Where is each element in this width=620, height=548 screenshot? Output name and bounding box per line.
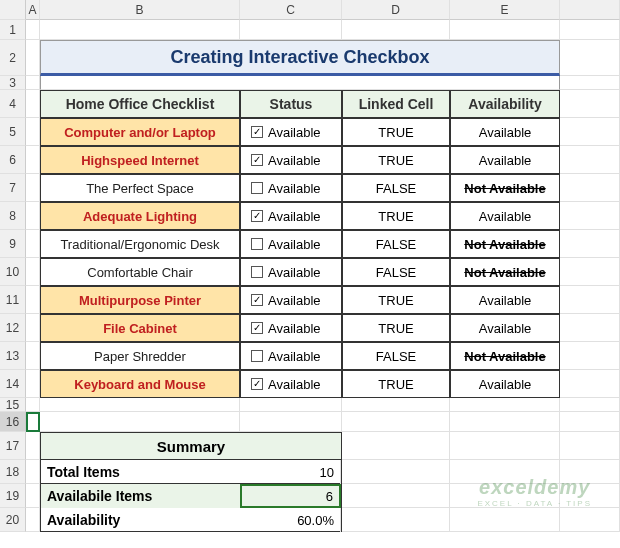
checkbox-icon[interactable]: ✓ <box>251 154 263 166</box>
row-header-1[interactable]: 1 <box>0 20 26 40</box>
status-cell[interactable]: ✓Available <box>240 202 342 230</box>
linked-cell[interactable]: TRUE <box>342 202 450 230</box>
status-label: Available <box>268 293 321 308</box>
summary-value[interactable]: 60.0% <box>240 508 341 532</box>
row-header-6[interactable]: 6 <box>0 146 26 174</box>
availability-cell[interactable]: Not Available <box>450 258 560 286</box>
availability-cell[interactable]: Available <box>450 314 560 342</box>
checklist-item[interactable]: Multipurpose Pinter <box>40 286 240 314</box>
checklist-item[interactable]: File Cabinet <box>40 314 240 342</box>
checklist-item[interactable]: Computer and/or Laptop <box>40 118 240 146</box>
row-header-15[interactable]: 15 <box>0 398 26 412</box>
checkbox-icon[interactable]: ✓ <box>251 322 263 334</box>
checkbox-icon[interactable] <box>251 350 263 362</box>
linked-cell[interactable]: TRUE <box>342 146 450 174</box>
spreadsheet: 1234567891011121314151617181920 ABCDE Cr… <box>0 0 620 532</box>
status-cell[interactable]: Available <box>240 258 342 286</box>
status-cell[interactable]: ✓Available <box>240 286 342 314</box>
row-header-12[interactable]: 12 <box>0 314 26 342</box>
checkbox-icon[interactable]: ✓ <box>251 378 263 390</box>
header-avail: Availability <box>450 90 560 118</box>
summary-label: Total Items <box>41 460 240 484</box>
checkbox-icon[interactable] <box>251 238 263 250</box>
availability-text: Available <box>479 293 532 308</box>
linked-cell[interactable]: TRUE <box>342 286 450 314</box>
status-cell[interactable]: ✓Available <box>240 118 342 146</box>
select-all-corner[interactable] <box>0 0 26 20</box>
checkbox-icon[interactable]: ✓ <box>251 210 263 222</box>
summary-value[interactable]: 6 <box>240 484 341 508</box>
row-header-8[interactable]: 8 <box>0 202 26 230</box>
availability-cell[interactable]: Available <box>450 370 560 398</box>
checklist-item[interactable]: Keyboard and Mouse <box>40 370 240 398</box>
checkbox-icon[interactable] <box>251 266 263 278</box>
availability-cell[interactable]: Available <box>450 286 560 314</box>
linked-cell[interactable]: FALSE <box>342 342 450 370</box>
status-cell[interactable]: ✓Available <box>240 146 342 174</box>
linked-cell[interactable]: FALSE <box>342 174 450 202</box>
checkbox-icon[interactable]: ✓ <box>251 294 263 306</box>
summary-label: Availability <box>41 508 240 532</box>
col-headers: ABCDE <box>26 0 620 20</box>
checklist-item[interactable]: Comfortable Chair <box>40 258 240 286</box>
row-header-4[interactable]: 4 <box>0 90 26 118</box>
row-header-5[interactable]: 5 <box>0 118 26 146</box>
linked-cell[interactable]: TRUE <box>342 118 450 146</box>
status-label: Available <box>268 153 321 168</box>
selected-cell-a16[interactable] <box>26 412 40 432</box>
status-label: Available <box>268 377 321 392</box>
availability-text: Not Available <box>464 349 545 364</box>
status-cell[interactable]: Available <box>240 342 342 370</box>
status-cell[interactable]: Available <box>240 174 342 202</box>
availability-text: Not Available <box>464 181 545 196</box>
row-header-11[interactable]: 11 <box>0 286 26 314</box>
col-header-B[interactable]: B <box>40 0 240 20</box>
row-header-17[interactable]: 17 <box>0 432 26 460</box>
row-header-19[interactable]: 19 <box>0 484 26 508</box>
availability-cell[interactable]: Not Available <box>450 230 560 258</box>
col-header-E[interactable]: E <box>450 0 560 20</box>
linked-cell[interactable]: TRUE <box>342 314 450 342</box>
checkbox-icon[interactable]: ✓ <box>251 126 263 138</box>
row-header-16[interactable]: 16 <box>0 412 26 432</box>
checkbox-icon[interactable] <box>251 182 263 194</box>
page-title: Creating Interactive Checkbox <box>40 40 560 76</box>
row-header-7[interactable]: 7 <box>0 174 26 202</box>
checklist-item[interactable]: The Perfect Space <box>40 174 240 202</box>
availability-cell[interactable]: Available <box>450 118 560 146</box>
status-cell[interactable]: Available <box>240 230 342 258</box>
linked-cell[interactable]: TRUE <box>342 370 450 398</box>
row-header-10[interactable]: 10 <box>0 258 26 286</box>
linked-cell[interactable]: FALSE <box>342 230 450 258</box>
col-header-F[interactable] <box>560 0 620 20</box>
checklist-item[interactable]: Adequate Lighting <box>40 202 240 230</box>
row-header-14[interactable]: 14 <box>0 370 26 398</box>
row-header-20[interactable]: 20 <box>0 508 26 532</box>
header-linked: Linked Cell <box>342 90 450 118</box>
checklist-item[interactable]: Highspeed Internet <box>40 146 240 174</box>
col-header-C[interactable]: C <box>240 0 342 20</box>
availability-cell[interactable]: Available <box>450 146 560 174</box>
availability-text: Available <box>479 209 532 224</box>
row-header-13[interactable]: 13 <box>0 342 26 370</box>
header-item: Home Office Checklist <box>40 90 240 118</box>
availability-cell[interactable]: Available <box>450 202 560 230</box>
summary-value[interactable]: 10 <box>240 460 341 484</box>
checklist-item[interactable]: Traditional/Ergonomic Desk <box>40 230 240 258</box>
header-status: Status <box>240 90 342 118</box>
status-cell[interactable]: ✓Available <box>240 314 342 342</box>
status-cell[interactable]: ✓Available <box>240 370 342 398</box>
status-label: Available <box>268 321 321 336</box>
checklist-item[interactable]: Paper Shredder <box>40 342 240 370</box>
col-header-A[interactable]: A <box>26 0 40 20</box>
availability-cell[interactable]: Not Available <box>450 342 560 370</box>
availability-cell[interactable]: Not Available <box>450 174 560 202</box>
row-header-9[interactable]: 9 <box>0 230 26 258</box>
grid-body: Creating Interactive CheckboxHome Office… <box>26 20 620 532</box>
linked-cell[interactable]: FALSE <box>342 258 450 286</box>
row-header-3[interactable]: 3 <box>0 76 26 90</box>
col-header-D[interactable]: D <box>342 0 450 20</box>
row-header-2[interactable]: 2 <box>0 40 26 76</box>
status-label: Available <box>268 181 321 196</box>
row-header-18[interactable]: 18 <box>0 460 26 484</box>
